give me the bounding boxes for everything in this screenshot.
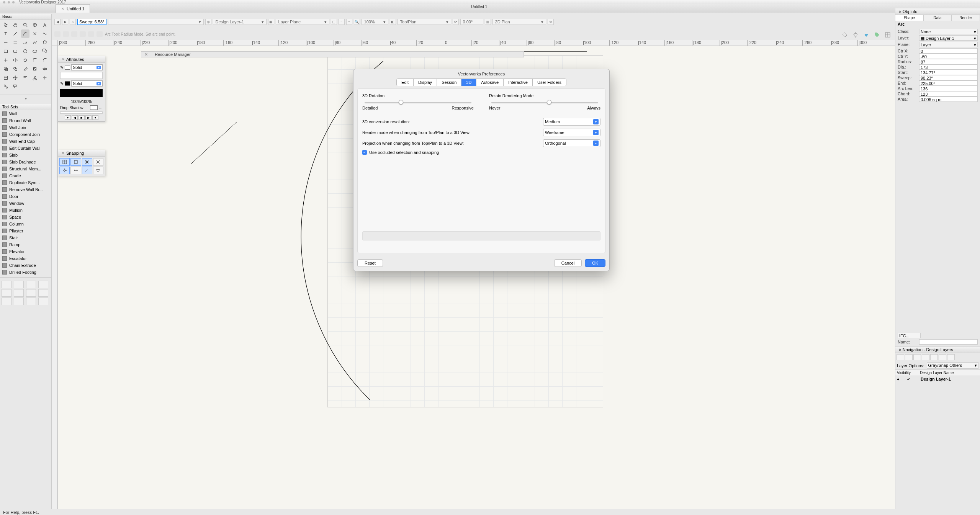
- retain-slider[interactable]: [491, 102, 598, 103]
- toolset-item[interactable]: Round Wall: [0, 117, 51, 124]
- magnify-icon[interactable]: 🔍: [354, 19, 360, 25]
- toolset-item[interactable]: Slab: [0, 152, 51, 159]
- zoom-out-icon[interactable]: −: [339, 19, 345, 25]
- nav-mode-icon[interactable]: [930, 354, 938, 360]
- circle-tool[interactable]: [21, 47, 29, 56]
- flyover-tool[interactable]: [31, 21, 39, 29]
- toolset-item[interactable]: Chain Extrude: [0, 262, 51, 269]
- pref-row-dropdown[interactable]: Orthogonal▾: [543, 139, 600, 147]
- xray-icon[interactable]: [841, 31, 849, 38]
- locus-tool[interactable]: [2, 56, 10, 64]
- ok-button[interactable]: OK: [585, 259, 605, 267]
- pref-tab-edit[interactable]: Edit: [397, 79, 414, 86]
- pref-tab-session[interactable]: Session: [437, 79, 461, 86]
- fill-color-swatch[interactable]: [65, 65, 70, 70]
- clip-tool[interactable]: [11, 65, 20, 73]
- heart-icon[interactable]: [862, 31, 870, 38]
- reset-button[interactable]: Reset: [357, 259, 383, 267]
- sweep-input[interactable]: Sweep: 6.58°: [77, 19, 106, 25]
- arc-tool[interactable]: [21, 29, 29, 38]
- fillet-tool[interactable]: [31, 56, 39, 64]
- toolset-cell[interactable]: [14, 298, 24, 305]
- prop-input[interactable]: 225.00°: [919, 80, 978, 86]
- toolset-cell[interactable]: [38, 289, 48, 297]
- gear-icon[interactable]: [851, 31, 860, 38]
- toolset-cell[interactable]: [38, 298, 48, 305]
- pref-tab-user folders[interactable]: User Folders: [533, 79, 566, 86]
- toolset-item[interactable]: Mullion: [0, 207, 51, 214]
- max-light[interactable]: [12, 1, 15, 3]
- toolset-cell[interactable]: [26, 289, 36, 297]
- nav-mode-icon[interactable]: [897, 354, 904, 360]
- plan-icon[interactable]: ▥: [485, 19, 491, 25]
- rounded-rect-tool[interactable]: [11, 47, 20, 56]
- target-icon[interactable]: ◎: [205, 19, 211, 25]
- stroke-preview[interactable]: [60, 89, 103, 97]
- col-visibility[interactable]: Visibility: [895, 370, 918, 376]
- pref-tab-interactive[interactable]: Interactive: [504, 79, 533, 86]
- toolset-item[interactable]: Elevator: [0, 248, 51, 255]
- callout-tool[interactable]: [11, 82, 20, 91]
- document-tab[interactable]: ✕ Untitled 1: [56, 4, 90, 13]
- stroke-color-swatch[interactable]: [65, 81, 70, 86]
- snap-edge-icon[interactable]: [82, 167, 92, 174]
- toolset-item[interactable]: Space: [0, 214, 51, 221]
- view-cube-icon[interactable]: ◧: [390, 19, 396, 25]
- prop-input[interactable]: 0.006 sq m: [919, 96, 978, 102]
- tag-icon[interactable]: [873, 31, 881, 38]
- visibility-tool[interactable]: [41, 65, 49, 73]
- snap-distance-icon[interactable]: [70, 167, 81, 174]
- trim-tool[interactable]: [31, 74, 39, 82]
- chamfer-tool[interactable]: [41, 56, 49, 64]
- plane-dropdown[interactable]: Layer Plane▾: [276, 19, 329, 25]
- split-tool[interactable]: [41, 74, 49, 82]
- reshape-tool[interactable]: [41, 29, 49, 38]
- toolset-cell[interactable]: [2, 281, 11, 288]
- horizontal-ruler[interactable]: |280|260|240|220|200|180|160|140|120|100…: [58, 40, 895, 46]
- zoom-tool[interactable]: [21, 21, 29, 29]
- snap-grid-icon[interactable]: [59, 158, 70, 166]
- toolset-item[interactable]: Structural Mem...: [0, 165, 51, 172]
- fill-pen-icon[interactable]: ✎: [60, 65, 64, 70]
- mode-pref-icon[interactable]: [97, 31, 103, 37]
- nav-mode-icon[interactable]: [947, 354, 955, 360]
- nav-mode-icon[interactable]: [939, 354, 946, 360]
- rotation-slider[interactable]: [365, 102, 471, 103]
- grid-pref-icon[interactable]: [883, 31, 892, 38]
- toolset-item[interactable]: Pilaster: [0, 227, 51, 234]
- single-line-tool[interactable]: [2, 38, 10, 47]
- prop-input[interactable]: 123: [919, 91, 978, 96]
- pref-tab-display[interactable]: Display: [414, 79, 437, 86]
- close-icon[interactable]: ✕: [144, 52, 148, 57]
- attribute-tool[interactable]: [31, 65, 39, 73]
- fit-icon[interactable]: ▢: [331, 19, 337, 25]
- rectangle-tool[interactable]: [2, 47, 10, 56]
- pref-row-dropdown[interactable]: Wireframe▾: [543, 129, 600, 136]
- active-layer-dropdown[interactable]: Design Layer-1▾: [213, 19, 267, 25]
- toolset-item[interactable]: Stair: [0, 234, 51, 241]
- toolset-cell[interactable]: [26, 281, 36, 288]
- nav-mode-icon[interactable]: [922, 354, 929, 360]
- col-layer-name[interactable]: Design Layer Name: [918, 370, 955, 376]
- shadow-checkbox[interactable]: [90, 105, 98, 110]
- toolset-cell[interactable]: [38, 281, 48, 288]
- selection-tool[interactable]: [2, 21, 10, 29]
- pref-tab-autosave[interactable]: Autosave: [476, 79, 504, 86]
- render-mode-dropdown[interactable]: 2D Plan▾: [492, 19, 546, 25]
- text-tool[interactable]: [2, 29, 10, 38]
- prop-input[interactable]: -60: [919, 54, 978, 59]
- marker-e[interactable]: ▾: [92, 115, 98, 120]
- mode-2pt-icon[interactable]: [80, 31, 86, 37]
- min-light[interactable]: [8, 1, 10, 3]
- freehand-tool[interactable]: [21, 38, 29, 47]
- home-icon[interactable]: ⌂: [70, 19, 76, 25]
- snap-tangent-icon[interactable]: [93, 167, 103, 174]
- vertical-ruler[interactable]: [52, 46, 58, 509]
- stroke-mode-dropdown[interactable]: Solid▾: [71, 80, 103, 87]
- plane-dropdown[interactable]: Layer▾: [919, 42, 978, 47]
- flyover-icon[interactable]: ↻: [548, 19, 554, 25]
- toolset-item[interactable]: Escalator: [0, 255, 51, 262]
- plane-icon[interactable]: ▦: [268, 19, 274, 25]
- saved-views-dropdown[interactable]: ▾: [108, 19, 204, 25]
- snap-intersect-icon[interactable]: [93, 158, 103, 166]
